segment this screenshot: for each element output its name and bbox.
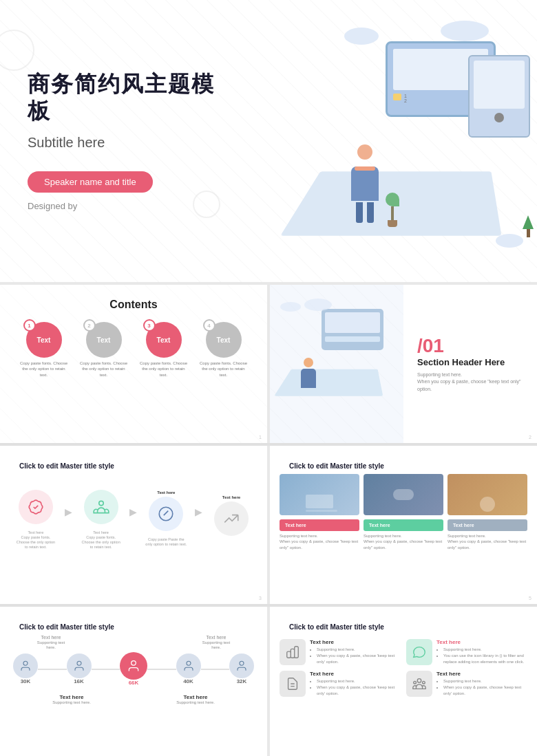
feature-3-bullets: Supporting text here. When you copy & pa… <box>310 678 401 697</box>
feature-1-text: Text here Supporting text here. When you… <box>310 639 401 665</box>
slide-7: Click to edit Master title style Text he… <box>270 607 537 756</box>
user-icon-1 <box>19 660 32 672</box>
stats-top-labels: Text hereSupporting text here. Text here… <box>10 635 257 649</box>
slide-6: Click to edit Master title style Text he… <box>0 607 267 756</box>
feature-3-title: Text here <box>310 671 401 677</box>
chat-icon <box>412 645 427 660</box>
feature-4-icon-wrap <box>406 671 432 697</box>
stat-avatar-4 <box>176 654 201 678</box>
feature-4-bullet-2: When you copy & paste, choose 'keep text… <box>443 684 527 697</box>
slide-1: 商务简约风主题模板 Subtitle here Speaker name and… <box>0 0 537 282</box>
circle-label-2: Text <box>97 336 111 344</box>
proc-item-1: Text hereCopy paste fonts. Choose the on… <box>15 488 56 550</box>
photo-slide: Click to edit Master title style <box>270 446 537 559</box>
circle-label-3: Text <box>157 336 171 344</box>
stat-label-3: Text hereSupporting text here. <box>199 635 233 649</box>
iso-plant <box>386 193 399 227</box>
iso-tablet <box>468 55 530 138</box>
mini-body <box>301 369 316 388</box>
feature-2: Text here Supporting text here. You can … <box>406 639 527 665</box>
user-icon-3 <box>127 659 140 673</box>
proc-circle-3 <box>149 497 183 531</box>
stat-avatar-2 <box>67 654 92 678</box>
photo-col-2: Text here Supporting text here.When you … <box>364 519 443 550</box>
people-group-icon <box>412 676 427 691</box>
feature-slide: Click to edit Master title style Text he… <box>270 607 537 705</box>
stat-circle-2: 16K <box>67 654 92 684</box>
percent-icon <box>157 505 175 523</box>
proc-arrow-1: ▶ <box>65 506 72 517</box>
proc-arrow-2: ▶ <box>129 506 137 517</box>
cloud-2 <box>441 21 489 41</box>
photo-support-3: Supporting text here.When you copy & pas… <box>448 533 527 550</box>
cloud-1 <box>344 28 379 45</box>
stat-circle-4: 40K <box>176 654 201 684</box>
person-body <box>351 166 379 201</box>
photo-handshake <box>364 474 443 515</box>
feature-4-icon-box <box>406 671 432 697</box>
proc-item-3: Text here Copy paste Paste the only opti… <box>145 490 187 547</box>
photo-col-1: Text here Supporting text here.When you … <box>280 519 359 550</box>
slide-5-pagenum: 5 <box>529 596 531 601</box>
iso-scene: 12 <box>275 14 537 261</box>
feature-2-text: Text here Supporting text here. You can … <box>436 639 527 665</box>
slide-grid-3: Click to edit Master title style Text he… <box>0 607 537 756</box>
feature-1-icon-box <box>280 639 306 665</box>
feature-1-title: Text here <box>310 639 401 645</box>
feature-3: Text here Supporting text here. When you… <box>280 671 401 697</box>
circle-wrap-4: Text 4 <box>206 322 242 358</box>
photo-coffee <box>448 474 527 515</box>
mini-iso <box>277 299 394 415</box>
proc-item-2: Text hereCopy paste fonts. Choose the on… <box>81 488 122 550</box>
feature-3-bullet-1: Supporting text here. <box>317 678 401 684</box>
feature-2-icon-wrap <box>406 639 432 665</box>
feature-1: Text here Supporting text here. When you… <box>280 639 401 665</box>
slide-3: /01 Section Header Here Supporting text … <box>270 285 537 443</box>
feature-4-bullet-1: Supporting text here. <box>443 678 527 684</box>
stat-label-1: Text hereSupporting text here. <box>34 635 68 649</box>
stat-num-1: 30K <box>21 678 31 684</box>
stat-line-3 <box>147 669 176 670</box>
stat-text-title-1: Text here <box>52 694 91 700</box>
slide-4: Click to edit Master title style Text he… <box>0 446 267 604</box>
slide-3-pagenum: 2 <box>529 435 531 440</box>
deco-gear-2 <box>193 191 220 218</box>
feature-3-icon-wrap <box>280 671 306 697</box>
stat-num-2: 16K <box>74 678 84 684</box>
user-icon-5 <box>235 660 248 672</box>
doc-icon <box>285 676 300 691</box>
stats-bottom-text: Text here Supporting text here. Text her… <box>10 694 257 704</box>
laptop-shape <box>306 495 333 512</box>
section-slide: /01 Section Header Here Supporting text … <box>270 285 537 443</box>
photo-col-3: Text here Supporting text here.When you … <box>448 519 527 550</box>
proc-item-4: Text here <box>211 495 252 542</box>
circle-label-4: Text <box>217 336 231 344</box>
trend-icon <box>222 510 240 528</box>
section-right: /01 Section Header Here Supporting text … <box>403 285 537 443</box>
circle-wrap-2: Text 2 <box>86 322 122 358</box>
bg-pattern-2 <box>0 285 267 443</box>
mini-cloud-1 <box>280 302 301 312</box>
feature-grid: Text here Supporting text here. When you… <box>280 639 527 697</box>
feature-1-bullets: Supporting text here. When you copy & pa… <box>310 647 401 665</box>
feature-4-title: Text here <box>436 671 527 677</box>
proc-arrow-3: ▶ <box>195 506 202 517</box>
feature-3-bullet-2: When you copy & paste, choose 'keep text… <box>317 684 401 697</box>
speaker-btn[interactable]: Speaker name and title <box>28 171 153 193</box>
mini-person <box>301 358 316 388</box>
stats-slide: Click to edit Master title style Text he… <box>0 607 267 713</box>
slide-4-title: Click to edit Master title style <box>10 454 257 474</box>
circle-badge-2: 2 <box>83 319 96 332</box>
stat-text-1: Text here Supporting text here. <box>52 694 91 704</box>
user-icon-2 <box>73 660 85 672</box>
slide-subtitle: Subtitle here <box>28 135 234 151</box>
proc-top-4: Text here <box>211 495 252 499</box>
proc-circle-2 <box>84 490 118 524</box>
feature-2-title: Text here <box>436 639 527 645</box>
stat-text-sub-1: Supporting text here. <box>52 700 91 704</box>
user-icon-4 <box>182 660 195 672</box>
feature-2-bullet-1: Supporting text here. <box>443 647 527 653</box>
handshake-icon <box>27 498 45 516</box>
iso-tree <box>523 215 534 237</box>
handshake-shape <box>364 474 443 515</box>
